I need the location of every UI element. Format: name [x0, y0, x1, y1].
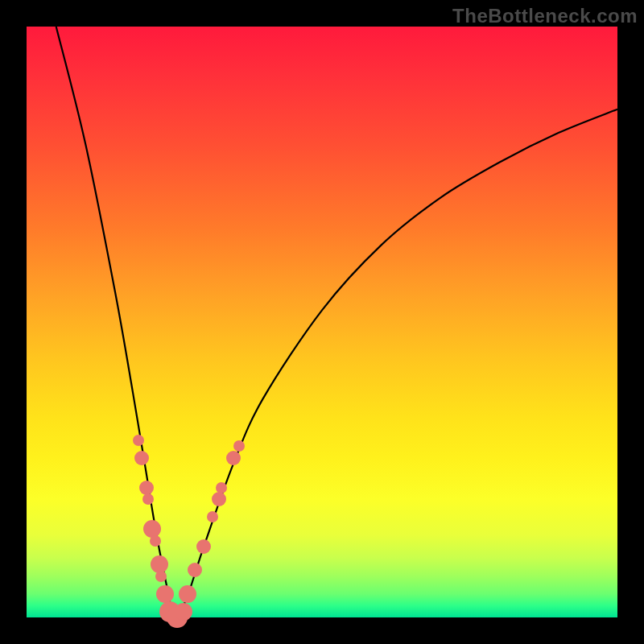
- highlight-dot: [142, 493, 154, 505]
- highlight-dot: [155, 571, 167, 582]
- highlight-dot: [212, 492, 226, 506]
- highlight-dot: [134, 451, 149, 465]
- curve-svg: [27, 27, 617, 617]
- highlight-dot: [207, 511, 218, 522]
- highlight-dot: [150, 535, 161, 547]
- highlight-dot: [175, 603, 192, 621]
- highlight-dot: [196, 539, 211, 554]
- highlight-dot: [156, 585, 174, 603]
- highlight-dot: [233, 440, 245, 452]
- bottleneck-curve-path: [56, 27, 617, 617]
- highlight-dot: [179, 585, 196, 603]
- highlight-dot: [226, 451, 241, 465]
- highlight-dot: [216, 482, 227, 493]
- plot-area: [27, 27, 617, 617]
- highlight-dot: [139, 481, 154, 495]
- highlight-dot: [133, 435, 144, 446]
- outer-frame: TheBottleneck.com: [0, 0, 644, 644]
- watermark-text: TheBottleneck.com: [452, 5, 638, 27]
- highlight-dot: [188, 563, 202, 577]
